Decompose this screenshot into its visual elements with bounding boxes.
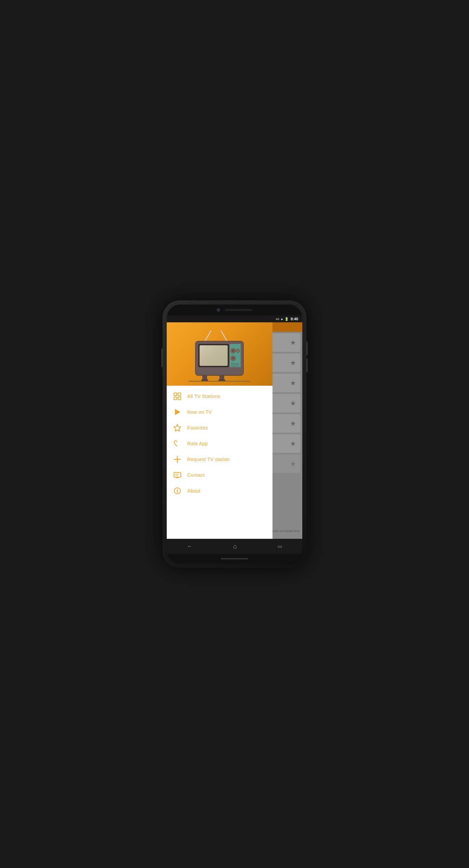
- bottom-nav-bar: ← ⌂ ▭: [167, 539, 302, 554]
- network-signal: 4G: [276, 318, 279, 321]
- volume-up-button[interactable]: [306, 342, 308, 355]
- menu-label-now-on-tv: Now on TV: [187, 409, 212, 415]
- drawer-menu: All TV Stations Now on TV: [167, 386, 272, 539]
- favorite-star-icon: ★: [290, 419, 296, 427]
- favorite-star-icon: ★: [290, 359, 296, 367]
- svg-rect-21: [178, 393, 181, 396]
- menu-label-all-tv-stations: All TV Stations: [187, 394, 220, 399]
- menu-label-favorites: Favorites: [187, 425, 208, 431]
- svg-point-33: [177, 489, 178, 490]
- fingerprint-indicator: [221, 558, 248, 559]
- play-icon: [174, 408, 181, 416]
- retro-tv-illustration: [185, 327, 254, 386]
- grid-icon: [174, 393, 181, 400]
- favorite-star-icon: ★: [290, 338, 296, 347]
- menu-label-rate-app: Rate App: [187, 441, 208, 446]
- favorite-star-icon: ★: [290, 439, 296, 448]
- speaker: [225, 309, 252, 311]
- svg-rect-15: [202, 375, 207, 380]
- svg-rect-16: [219, 375, 224, 380]
- message-icon: [174, 471, 181, 479]
- info-icon: [174, 487, 181, 495]
- favorite-star-icon: ★: [290, 379, 296, 387]
- camera-icon: [217, 308, 220, 312]
- screen-content: ★ ★ ★ ★ ★ ★: [167, 322, 302, 539]
- phone-device: 4G ▲ 🔋 8:40 ★ ★ ★: [163, 300, 306, 568]
- menu-item-all-tv-stations[interactable]: All TV Stations: [167, 388, 272, 404]
- volume-down-button[interactable]: [306, 359, 308, 372]
- svg-rect-6: [230, 344, 241, 367]
- svg-marker-24: [175, 409, 180, 415]
- svg-rect-23: [178, 397, 181, 400]
- favorite-star-icon: ★: [290, 460, 296, 468]
- plus-icon: [174, 456, 181, 463]
- recents-button[interactable]: ▭: [278, 544, 282, 549]
- clock: 8:40: [291, 317, 298, 321]
- bottom-bar: [167, 554, 302, 563]
- menu-item-contact[interactable]: Contact: [167, 467, 272, 483]
- menu-label-contact: Contact: [187, 472, 204, 478]
- svg-rect-22: [174, 397, 177, 400]
- phone-top-bar: [167, 305, 302, 315]
- heart-icon: [174, 440, 181, 447]
- svg-point-9: [236, 349, 240, 352]
- power-button[interactable]: [161, 348, 163, 367]
- battery-icon: 🔋: [284, 317, 289, 321]
- drawer-header-image: [167, 322, 272, 386]
- menu-item-about[interactable]: About: [167, 483, 272, 499]
- home-button[interactable]: ⌂: [233, 543, 237, 550]
- menu-item-rate-app[interactable]: Rate App: [167, 436, 272, 451]
- status-bar: 4G ▲ 🔋 8:40: [167, 315, 302, 322]
- status-icons: 4G ▲ 🔋 8:40: [276, 317, 298, 321]
- svg-point-11: [232, 357, 234, 360]
- svg-rect-20: [174, 393, 177, 396]
- svg-marker-25: [174, 424, 181, 431]
- back-button[interactable]: ←: [187, 543, 192, 549]
- menu-item-request-tv-station[interactable]: Request TV station: [167, 451, 272, 467]
- svg-rect-5: [200, 345, 228, 366]
- svg-point-8: [232, 349, 234, 352]
- svg-rect-28: [174, 472, 181, 477]
- favorite-star-icon: ★: [290, 399, 296, 407]
- menu-label-request-tv-station: Request TV station: [187, 457, 230, 462]
- signal-bars-icon: ▲: [280, 317, 283, 321]
- phone-screen: 4G ▲ 🔋 8:40 ★ ★ ★: [167, 305, 302, 563]
- menu-item-favorites[interactable]: Favorites: [167, 420, 272, 436]
- star-outline-icon: [174, 424, 181, 432]
- menu-item-now-on-tv[interactable]: Now on TV: [167, 404, 272, 420]
- footer-text: Let's not waste time: [272, 529, 300, 533]
- navigation-drawer: All TV Stations Now on TV: [167, 322, 272, 539]
- menu-label-about: About: [187, 488, 200, 494]
